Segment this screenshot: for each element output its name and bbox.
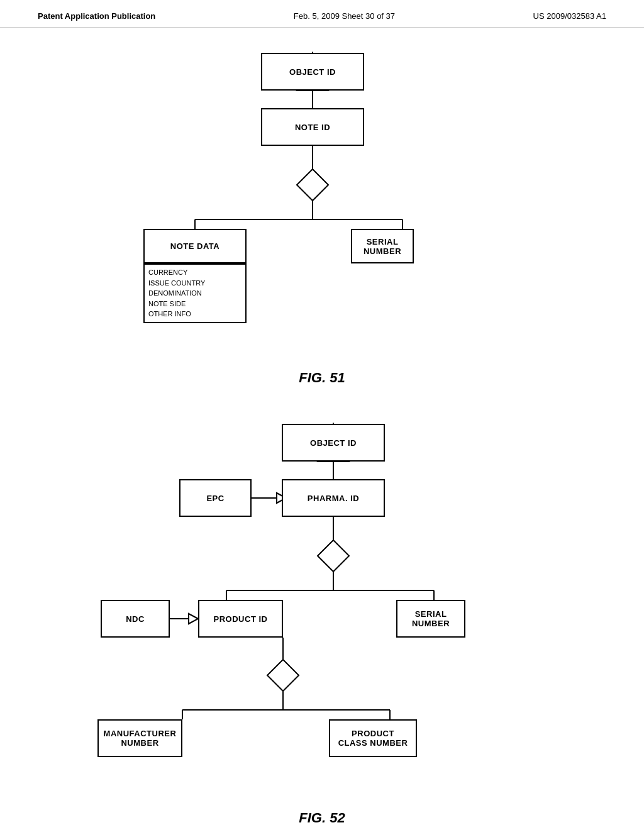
svg-marker-3 [297, 169, 328, 201]
list-item: NOTE SIDE [148, 299, 242, 309]
fig51-note-data-label: NOTE DATA [170, 241, 219, 251]
fig52-object-id-label: OBJECT ID [310, 438, 357, 448]
svg-marker-21 [267, 660, 299, 691]
header-date-sheet: Feb. 5, 2009 Sheet 30 of 37 [294, 11, 395, 21]
page: Patent Application Publication Feb. 5, 2… [0, 0, 644, 830]
fig51-label: FIG. 51 [299, 370, 345, 386]
fig52-product-id-label: PRODUCT ID [214, 614, 268, 624]
fig52-pharma-id-label: PHARMA. ID [308, 494, 359, 503]
fig52-object-id-box: OBJECT ID [282, 424, 385, 462]
fig52-epc-box: EPC [179, 479, 252, 517]
fig52-manufacturer-number-box: MANUFACTURER NUMBER [97, 719, 182, 757]
header-patent-number: US 2009/032583 A1 [533, 11, 606, 21]
fig52-label: FIG. 52 [299, 810, 345, 826]
fig51-note-data-list: CURRENCY ISSUE COUNTRY DENOMINATION NOTE… [143, 263, 247, 323]
fig52-product-class-number-box: PRODUCT CLASS NUMBER [329, 719, 417, 757]
fig51-note-data-box: NOTE DATA [143, 229, 247, 263]
list-item: OTHER INFO [148, 309, 242, 319]
fig52-diagram: OBJECT ID PHARMA. ID EPC PRODUCT ID NDC … [0, 405, 644, 830]
fig51-note-id-box: NOTE ID [261, 108, 364, 146]
fig51-serial-number-box: SERIAL NUMBER [351, 229, 414, 263]
fig52-epc-label: EPC [206, 494, 224, 503]
fig52-product-class-number-label: PRODUCT CLASS NUMBER [338, 729, 408, 748]
fig51-object-id-label: OBJECT ID [289, 67, 336, 77]
fig51-object-id-box: OBJECT ID [261, 53, 364, 91]
fig52-serial-number-box: SERIAL NUMBER [396, 600, 465, 638]
fig52-product-id-box: PRODUCT ID [198, 600, 283, 638]
page-header: Patent Application Publication Feb. 5, 2… [0, 0, 644, 28]
list-item: ISSUE COUNTRY [148, 278, 242, 289]
list-item: DENOMINATION [148, 288, 242, 299]
list-item: CURRENCY [148, 267, 242, 278]
header-publication: Patent Application Publication [38, 11, 155, 21]
fig51-serial-number-label: SERIAL NUMBER [364, 237, 401, 256]
fig51-diagram: OBJECT ID NOTE ID NOTE DATA SERIAL NUMBE… [0, 34, 644, 399]
fig52-connectors [0, 405, 644, 830]
fig52-pharma-id-box: PHARMA. ID [282, 479, 385, 517]
svg-marker-13 [318, 540, 349, 572]
fig52-ndc-label: NDC [126, 614, 145, 624]
fig51-note-id-label: NOTE ID [295, 123, 330, 132]
fig52-serial-number-label: SERIAL NUMBER [412, 609, 450, 628]
fig52-manufacturer-number-label: MANUFACTURER NUMBER [104, 729, 177, 748]
fig52-ndc-box: NDC [101, 600, 170, 638]
svg-marker-19 [189, 614, 198, 624]
